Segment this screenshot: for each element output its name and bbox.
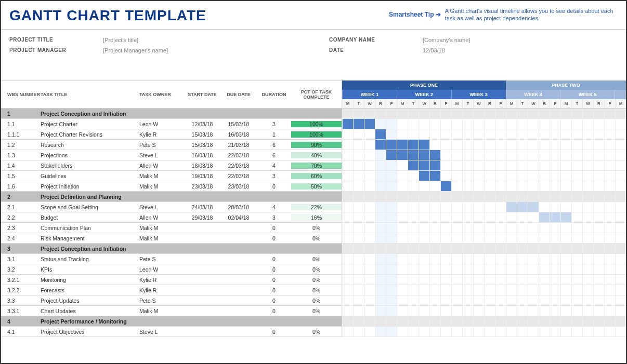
- task-row[interactable]: 3.3Project UpdatesPete S00%: [1, 295, 342, 306]
- gantt-cell: [571, 295, 582, 305]
- task-row[interactable]: 3.2.2ForecastsKylie R00%: [1, 285, 342, 295]
- week-header: WEEK 1WEEK 2WEEK 3WEEK 4WEEK 5: [342, 90, 626, 99]
- gantt-cell: [429, 295, 440, 305]
- meta-value[interactable]: [Project's title]: [103, 37, 138, 43]
- gantt-cell: [484, 119, 495, 129]
- gantt-cell: [397, 212, 408, 222]
- gantt-cell: [342, 244, 353, 253]
- gantt-cell: [615, 316, 626, 326]
- gantt-cell: [397, 254, 408, 264]
- meta-value[interactable]: [Company's name]: [423, 37, 470, 43]
- meta-row: DATE12/03/18: [329, 45, 618, 56]
- task-row[interactable]: 2.4Risk ManagementMalik M00%: [1, 233, 342, 244]
- task-row[interactable]: 1.1.1Project Charter RevisionsKylie R15/…: [1, 129, 342, 140]
- cell-pct: 0%: [291, 298, 342, 304]
- gantt-cell: [615, 327, 626, 336]
- gantt-cell: [353, 275, 364, 285]
- gantt-cell: [408, 306, 419, 316]
- gantt-cell: [440, 306, 451, 316]
- gantt-cell: [386, 202, 397, 212]
- gantt-cell: [375, 316, 386, 326]
- gantt-cell: [539, 264, 550, 274]
- gantt-cell: [593, 212, 604, 222]
- meta-value[interactable]: 12/03/18: [423, 47, 445, 53]
- gantt-cell: [506, 150, 517, 160]
- gantt-cell: [353, 254, 364, 264]
- task-row[interactable]: 1.6Project InitiationMalik M23/03/1823/0…: [1, 181, 342, 192]
- gantt-cell: [593, 181, 604, 191]
- gantt-cell: [550, 140, 560, 150]
- task-row[interactable]: 2.2BudgetAllen W29/03/1802/04/18316%: [1, 212, 342, 223]
- task-row[interactable]: 2.1Scope and Goal SettingSteve L24/03/18…: [1, 202, 342, 212]
- day-header-cell: F: [550, 99, 560, 108]
- gantt-cell: [495, 327, 506, 336]
- task-row[interactable]: 1.3ProjectionsSteve L16/03/1822/03/18640…: [1, 150, 342, 160]
- meta-value[interactable]: [Project Manager's name]: [103, 47, 168, 53]
- week-header-cell: WEEK 5: [560, 90, 615, 99]
- day-header: MTWRFMTWRFMTWRFMTWRFMTWRFM: [342, 99, 626, 109]
- task-row[interactable]: 3.2.1MonitoringKylie R00%: [1, 275, 342, 285]
- cell-due: 02/04/18: [220, 214, 257, 221]
- gantt-cell: [429, 285, 440, 295]
- gantt-cell: [582, 140, 593, 150]
- gantt-cell: [408, 129, 419, 139]
- gantt-cell: [571, 275, 582, 285]
- cell-due: 23/03/18: [220, 183, 257, 190]
- gantt-cell: [560, 171, 571, 181]
- cell-wbs: 2: [1, 194, 41, 200]
- gantt-cell: [560, 275, 571, 285]
- gantt-cell: [473, 306, 484, 316]
- gantt-cell: [419, 129, 429, 139]
- gantt-bar-cell: [353, 119, 364, 129]
- gantt-cell: [440, 140, 451, 150]
- gantt-cell: [342, 233, 353, 243]
- gantt-cell: [604, 264, 615, 274]
- gantt-cell: [495, 192, 506, 201]
- cell-wbs: 1.4: [1, 163, 41, 169]
- cell-wbs: 1.6: [1, 183, 41, 190]
- gantt-cell: [550, 254, 560, 264]
- task-row[interactable]: 2.3Communication PlanMalik M00%: [1, 223, 342, 233]
- gantt-cell: [364, 192, 375, 201]
- task-row[interactable]: 4.1Project ObjectivesSteve L00%: [1, 327, 342, 337]
- gantt-cell: [386, 327, 397, 336]
- gantt-cell: [615, 109, 626, 118]
- gantt-cell: [604, 150, 615, 160]
- gantt-cell: [462, 119, 473, 129]
- task-row[interactable]: 3.3.1Chart UpdatesMalik M00%: [1, 306, 342, 316]
- gantt-cell: [484, 109, 495, 118]
- task-row[interactable]: 3.2KPIsLeon W00%: [1, 264, 342, 275]
- gantt-cell: [375, 119, 386, 129]
- gantt-cell: [517, 295, 528, 305]
- gantt-cell: [408, 264, 419, 274]
- gantt-cell: [364, 140, 375, 150]
- gantt-cell: [484, 192, 495, 201]
- gantt-cell: [495, 285, 506, 295]
- task-row[interactable]: 1.5GuidelinesMalik M19/03/1822/03/18360%: [1, 171, 342, 181]
- task-row[interactable]: 1.4StakeholdersAllen W18/03/1822/03/1847…: [1, 160, 342, 171]
- task-row[interactable]: 3.1Status and TrackingPete S00%: [1, 254, 342, 264]
- task-row[interactable]: 1.1Project CharterLeon W12/03/1815/03/18…: [1, 119, 342, 129]
- gantt-cell: [408, 109, 419, 118]
- gantt-cell: [375, 171, 386, 181]
- cell-wbs: 3.2: [1, 266, 41, 273]
- gantt-cell: [571, 171, 582, 181]
- gantt-cell: [386, 109, 397, 118]
- gantt-cell: [440, 233, 451, 243]
- gantt-cell: [517, 316, 528, 326]
- gantt-cell: [604, 140, 615, 150]
- gantt-cell: [386, 254, 397, 264]
- gantt-cell: [582, 306, 593, 316]
- meta-label: COMPANY NAME: [329, 37, 423, 43]
- gantt-cell: [560, 233, 571, 243]
- gantt-bar-cell: [397, 140, 408, 150]
- gantt-cell: [473, 129, 484, 139]
- gantt-cell: [539, 327, 550, 336]
- gantt-cell: [560, 150, 571, 160]
- gantt-cell: [342, 316, 353, 326]
- task-row[interactable]: 1.2ResearchPete S15/03/1821/03/18690%: [1, 140, 342, 150]
- gantt-cell: [364, 223, 375, 233]
- gantt-cell: [517, 160, 528, 170]
- meta-label: DATE: [329, 47, 423, 53]
- timeline-columns: PHASE ONEPHASE TWO WEEK 1WEEK 2WEEK 3WEE…: [342, 80, 626, 337]
